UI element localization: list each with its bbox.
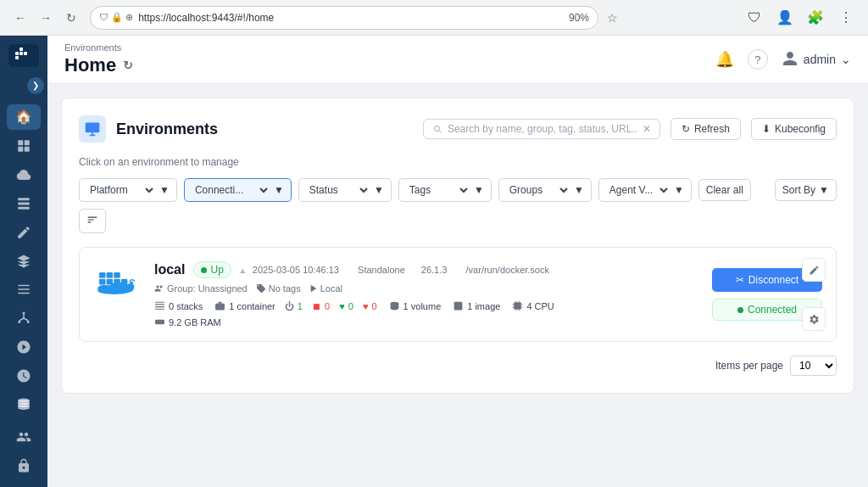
search-input[interactable] (448, 123, 637, 135)
chevron-down-icon: ▼ (674, 184, 684, 196)
sort-by-button[interactable]: Sort By ▼ (775, 179, 837, 201)
per-page-dropdown[interactable]: 10 25 50 100 (790, 355, 837, 376)
svg-rect-6 (25, 140, 30, 145)
sidebar-item-edit[interactable] (7, 220, 41, 245)
env-stats: 0 stacks 1 container ⏻ 1 ⏹ 0 (154, 300, 690, 311)
heart-icon: ♥ (339, 301, 345, 311)
items-per-page-select[interactable]: 10 25 50 100 (790, 355, 837, 376)
svg-rect-26 (107, 272, 113, 277)
images-stat: 1 image (453, 300, 500, 311)
tags-select[interactable]: Tags (406, 183, 470, 197)
chevron-down-icon: ▼ (274, 184, 284, 196)
env-name[interactable]: local (154, 262, 185, 277)
env-status-up: Up (193, 261, 231, 278)
svg-rect-27 (114, 272, 120, 277)
main-content: Environments Home ↻ 🔔 ? admin ⌄ (47, 36, 868, 487)
sidebar-item-home[interactable]: 🏠 (7, 104, 41, 130)
app-logo[interactable] (8, 44, 39, 67)
env-tags-row: Group: Unassigned No tags Local (154, 283, 690, 294)
groups-filter[interactable]: Groups ▼ (498, 178, 592, 202)
docker-logo (95, 268, 139, 302)
kubeconfig-button[interactable]: ⬇ Kubeconfig (751, 118, 837, 140)
sidebar-item-users[interactable] (7, 424, 41, 450)
status-filter[interactable]: Status Up Down ▼ (298, 178, 392, 202)
sidebar-item-cloud[interactable] (7, 162, 41, 188)
back-button[interactable]: ← (10, 8, 31, 28)
agent-version-filter[interactable]: Agent V... ▼ (598, 178, 692, 202)
svg-point-37 (456, 304, 458, 305)
notification-icon[interactable]: 🔔 (715, 50, 734, 69)
sidebar-item-list[interactable] (7, 277, 41, 302)
reload-button[interactable]: ↻ (61, 8, 81, 28)
environments-title: Environments (116, 120, 218, 138)
tags-filter[interactable]: Tags ▼ (398, 178, 492, 202)
settings-icon-button[interactable] (802, 307, 826, 331)
page-refresh-icon[interactable]: ↻ (123, 59, 133, 72)
environment-card[interactable]: local Up ⟁ 2025-03-05 10:46:13 Standalon… (79, 247, 837, 342)
sidebar-item-dashboard[interactable] (7, 133, 41, 159)
svg-point-33 (131, 282, 133, 284)
download-icon: ⬇ (762, 123, 771, 135)
image-icon (453, 300, 464, 311)
refresh-button[interactable]: ↻ Refresh (670, 118, 741, 140)
header-actions: 🔔 ? admin ⌄ (715, 49, 851, 70)
svg-rect-3 (19, 48, 23, 51)
address-bar[interactable]: 🛡 🔒 ⊕ https://localhost:9443/#!/home 90% (90, 6, 598, 30)
sidebar-item-lock[interactable] (7, 453, 41, 479)
connection-select[interactable]: Connecti... Connected Disconnected (192, 183, 270, 197)
shield-icon[interactable]: 🛡 (743, 6, 766, 30)
location-tag: Local (309, 283, 342, 294)
browser-actions: 🛡 👤 🧩 ⋮ (743, 6, 858, 30)
svg-rect-7 (18, 147, 23, 152)
ram-stat: 9.2 GB RAM (154, 316, 690, 327)
svg-line-20 (24, 318, 28, 321)
groups-select[interactable]: Groups (506, 183, 570, 197)
heartbeat-icon: ⟁ (240, 265, 246, 275)
platform-select[interactable]: Platform Docker Kubernetes (86, 183, 156, 197)
tag-icon (256, 283, 266, 294)
sidebar-item-layers[interactable] (7, 249, 41, 274)
admin-menu[interactable]: admin ⌄ (782, 50, 851, 70)
environments-panel: Environments ✕ ↻ Refresh ⬇ Kubeconfig Cl… (61, 98, 854, 394)
chevron-down-icon: ▼ (159, 184, 170, 196)
sidebar-item-grid[interactable] (7, 191, 41, 216)
menu-icon[interactable]: ⋮ (834, 6, 858, 30)
bookmark-icon[interactable]: ☆ (607, 11, 618, 25)
chevron-down-icon: ⌄ (841, 53, 851, 66)
svg-rect-11 (18, 206, 30, 209)
connection-filter[interactable]: Connecti... Connected Disconnected ▼ (184, 178, 292, 202)
clear-all-button[interactable]: Clear all (698, 179, 751, 201)
items-per-page-label: Items per page (715, 360, 783, 372)
svg-rect-0 (15, 52, 19, 55)
svg-rect-1 (19, 52, 23, 55)
containers-stat: 1 container ⏻ 1 ⏹ 0 ♥ 0 ♥ (214, 300, 376, 311)
forward-button[interactable]: → (36, 8, 56, 28)
sidebar-item-clock[interactable] (7, 363, 41, 389)
group-icon (154, 283, 164, 294)
agent-version-select[interactable]: Agent V... (606, 183, 670, 197)
status-select[interactable]: Status Up Down (306, 183, 370, 197)
refresh-icon: ↻ (682, 123, 690, 135)
sort-order-button[interactable] (79, 209, 106, 233)
stop-icon: ⏹ (312, 301, 321, 311)
extensions-icon[interactable]: 🧩 (804, 6, 827, 30)
security-icons: 🛡 🔒 ⊕ (99, 12, 133, 23)
sidebar-item-database[interactable] (7, 392, 41, 417)
search-clear-icon[interactable]: ✕ (643, 123, 651, 135)
search-bar[interactable]: ✕ (423, 119, 660, 139)
sidebar-expand-btn[interactable]: ❯ (27, 77, 44, 94)
profile-icon[interactable]: 👤 (773, 6, 797, 30)
svg-rect-28 (99, 279, 105, 284)
chevron-down-icon: ▼ (374, 184, 384, 196)
svg-rect-8 (25, 147, 30, 152)
edit-icon-button[interactable] (802, 258, 826, 282)
svg-rect-39 (516, 304, 520, 307)
scissors-icon: ✂ (736, 274, 744, 286)
sidebar-item-hierarchy[interactable] (7, 305, 41, 331)
help-icon[interactable]: ? (748, 49, 768, 70)
volume-icon (389, 300, 400, 311)
sidebar-item-chart[interactable] (7, 334, 41, 360)
filter-bar: Platform Docker Kubernetes ▼ Connecti...… (79, 178, 837, 233)
env-logo (93, 261, 141, 309)
platform-filter[interactable]: Platform Docker Kubernetes ▼ (79, 178, 177, 202)
